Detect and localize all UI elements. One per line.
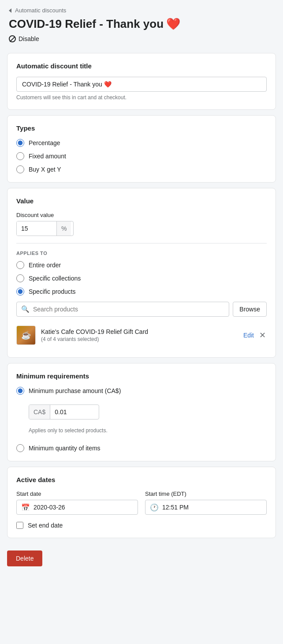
start-time-wrap: 🕐 [145, 500, 267, 515]
min-applies-note: Applies only to selected products. [29, 427, 267, 434]
applies-to-radio-group: Entire order Specific collections Specif… [16, 261, 267, 296]
purchase-amount-input[interactable] [50, 405, 94, 419]
value-card: Value Discount value % APPLIES TO Entire… [7, 188, 276, 358]
types-card: Types Percentage Fixed amount Buy X get … [7, 115, 276, 183]
applies-entire-order[interactable]: Entire order [16, 261, 267, 269]
product-info: Katie's Cafe COVID-19 Relief Gift Card (… [41, 328, 238, 342]
start-date-label: Start date [16, 490, 138, 497]
product-name: Katie's Cafe COVID-19 Relief Gift Card [41, 328, 238, 335]
value-heading: Value [16, 197, 267, 205]
clock-icon: 🕐 [150, 503, 159, 512]
discount-value-label: Discount value [16, 212, 267, 218]
set-end-date-checkbox[interactable] [16, 522, 23, 529]
search-icon: 🔍 [21, 305, 30, 313]
type-fixed-amount[interactable]: Fixed amount [16, 152, 267, 160]
chevron-left-icon [9, 8, 11, 13]
product-thumb-inner: ☕ [17, 326, 35, 344]
discount-value-input[interactable] [17, 221, 56, 236]
calendar-icon: 📅 [21, 503, 30, 512]
title-card: Automatic discount title Customers will … [7, 53, 276, 110]
product-edit-link[interactable]: Edit [243, 332, 254, 339]
type-percentage[interactable]: Percentage [16, 139, 267, 147]
type-buy-x-get-y[interactable]: Buy X get Y [16, 165, 267, 173]
min-purchase-amount[interactable]: Minimum purchase amount (CA$) [16, 387, 267, 395]
product-remove-button[interactable]: ✕ [258, 331, 267, 339]
start-time-section: Start time (EDT) 🕐 [145, 490, 267, 515]
set-end-date-label: Set end date [28, 522, 63, 529]
set-end-date[interactable]: Set end date [16, 522, 267, 529]
start-time-label: Start time (EDT) [145, 490, 267, 497]
minimum-requirements-card: Minimum requirements Minimum purchase am… [7, 363, 276, 461]
types-radio-group: Percentage Fixed amount Buy X get Y [16, 139, 267, 173]
delete-button[interactable]: Delete [7, 550, 42, 566]
minimum-req-radio-group: Minimum purchase amount (CA$) CA$ Applie… [16, 387, 267, 452]
disable-button[interactable]: Disable [9, 35, 39, 42]
page-title: COVID-19 Relief - Thank you ❤️ [9, 17, 274, 31]
title-card-heading: Automatic discount title [16, 62, 267, 70]
start-date-input[interactable] [34, 500, 133, 514]
start-time-input[interactable] [162, 500, 262, 514]
applies-to-label: APPLIES TO [16, 251, 267, 256]
breadcrumb[interactable]: Automatic discounts [9, 7, 274, 14]
applies-specific-collections[interactable]: Specific collections [16, 274, 267, 282]
start-date-section: Start date 📅 [16, 490, 138, 515]
product-actions: Edit ✕ [243, 331, 267, 339]
browse-button[interactable]: Browse [233, 302, 267, 317]
currency-prefix: CA$ [29, 405, 50, 419]
applies-specific-products[interactable]: Specific products [16, 288, 267, 296]
active-dates-card: Active dates Start date 📅 Start time (ED… [7, 467, 276, 538]
discount-value-input-wrap: % [16, 221, 74, 236]
active-dates-heading: Active dates [16, 476, 267, 483]
minimum-requirements-heading: Minimum requirements [16, 372, 267, 380]
types-heading: Types [16, 124, 267, 132]
min-quantity-items[interactable]: Minimum quantity of items [16, 444, 267, 452]
purchase-amount-wrap: CA$ [29, 404, 99, 419]
start-date-wrap: 📅 [16, 500, 138, 515]
product-variants: (4 of 4 variants selected) [41, 336, 238, 342]
search-products-wrap: 🔍 [16, 302, 229, 317]
title-hint: Customers will see this in cart and at c… [16, 94, 267, 101]
date-time-row: Start date 📅 Start time (EDT) 🕐 [16, 490, 267, 515]
discount-suffix: % [56, 221, 71, 236]
product-item: ☕ Katie's Cafe COVID-19 Relief Gift Card… [16, 322, 267, 348]
disable-icon [9, 35, 16, 42]
product-thumbnail: ☕ [16, 326, 36, 345]
search-products-input[interactable] [33, 302, 224, 316]
discount-title-input[interactable] [16, 77, 267, 92]
